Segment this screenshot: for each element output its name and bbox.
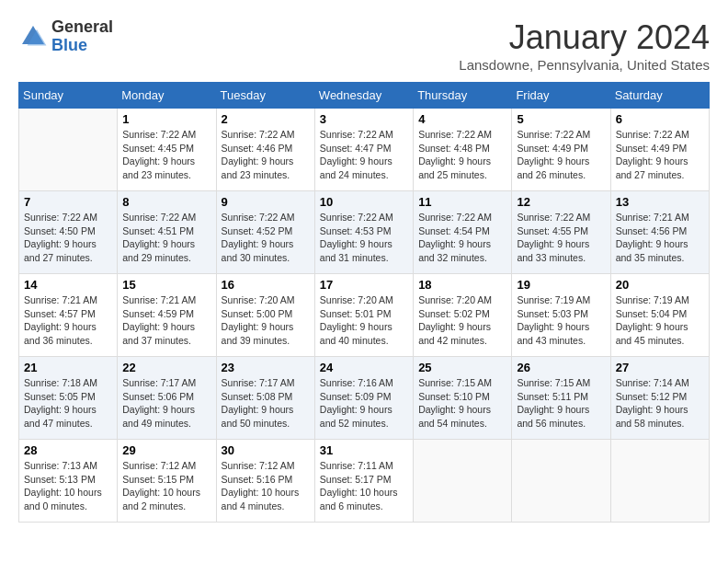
- day-number: 21: [24, 361, 112, 374]
- day-number: 27: [616, 361, 704, 374]
- header-friday: Friday: [512, 83, 610, 109]
- cell-info: Sunrise: 7:18 AMSunset: 5:05 PMDaylight:…: [24, 376, 112, 431]
- calendar-cell: 16 Sunrise: 7:20 AMSunset: 5:00 PMDaylig…: [216, 274, 314, 357]
- day-number: 4: [418, 112, 506, 126]
- header-saturday: Saturday: [610, 83, 709, 109]
- calendar-cell: 20 Sunrise: 7:19 AMSunset: 5:04 PMDaylig…: [610, 274, 709, 357]
- calendar-cell: 21 Sunrise: 7:18 AMSunset: 5:05 PMDaylig…: [19, 357, 118, 440]
- cell-info: Sunrise: 7:21 AMSunset: 4:57 PMDaylight:…: [24, 293, 112, 348]
- header-tuesday: Tuesday: [216, 83, 314, 109]
- cell-info: Sunrise: 7:22 AMSunset: 4:53 PMDaylight:…: [320, 211, 408, 265]
- calendar-cell: 2 Sunrise: 7:22 AMSunset: 4:46 PMDayligh…: [216, 109, 314, 191]
- cell-info: Sunrise: 7:22 AMSunset: 4:46 PMDaylight:…: [222, 128, 310, 182]
- header-wednesday: Wednesday: [314, 83, 413, 109]
- header-thursday: Thursday: [414, 83, 512, 109]
- calendar-cell: 19 Sunrise: 7:19 AMSunset: 5:03 PMDaylig…: [512, 274, 610, 357]
- day-number: 8: [122, 195, 210, 209]
- cell-info: Sunrise: 7:22 AMSunset: 4:48 PMDaylight:…: [418, 128, 506, 182]
- calendar-cell: 24 Sunrise: 7:16 AMSunset: 5:09 PMDaylig…: [314, 357, 413, 440]
- calendar-week-row: 7 Sunrise: 7:22 AMSunset: 4:50 PMDayligh…: [19, 191, 710, 274]
- cell-info: Sunrise: 7:22 AMSunset: 4:55 PMDaylight:…: [517, 211, 605, 265]
- cell-info: Sunrise: 7:22 AMSunset: 4:47 PMDaylight:…: [320, 128, 408, 182]
- cell-info: Sunrise: 7:12 AMSunset: 5:15 PMDaylight:…: [122, 459, 210, 513]
- cell-info: Sunrise: 7:19 AMSunset: 5:03 PMDaylight:…: [517, 293, 605, 348]
- day-number: 2: [222, 112, 310, 126]
- logo: General Blue: [18, 18, 113, 55]
- calendar-cell: [414, 440, 512, 523]
- calendar-cell: 29 Sunrise: 7:12 AMSunset: 5:15 PMDaylig…: [118, 440, 216, 523]
- logo-text: General Blue: [51, 18, 113, 55]
- calendar-cell: 18 Sunrise: 7:20 AMSunset: 5:02 PMDaylig…: [414, 274, 512, 357]
- calendar-table: Sunday Monday Tuesday Wednesday Thursday…: [18, 82, 710, 523]
- day-number: 5: [517, 112, 605, 126]
- month-title: January 2024: [459, 18, 710, 57]
- calendar-cell: 12 Sunrise: 7:22 AMSunset: 4:55 PMDaylig…: [512, 191, 610, 274]
- day-number: 30: [222, 443, 310, 457]
- calendar-cell: 1 Sunrise: 7:22 AMSunset: 4:45 PMDayligh…: [118, 109, 216, 191]
- calendar-cell: 13 Sunrise: 7:21 AMSunset: 4:56 PMDaylig…: [610, 191, 709, 274]
- calendar-cell: 30 Sunrise: 7:12 AMSunset: 5:16 PMDaylig…: [216, 440, 314, 523]
- cell-info: Sunrise: 7:11 AMSunset: 5:17 PMDaylight:…: [320, 459, 408, 513]
- calendar-cell: 22 Sunrise: 7:17 AMSunset: 5:06 PMDaylig…: [118, 357, 216, 440]
- calendar-cell: 8 Sunrise: 7:22 AMSunset: 4:51 PMDayligh…: [118, 191, 216, 274]
- calendar-cell: [512, 440, 610, 523]
- calendar-cell: 4 Sunrise: 7:22 AMSunset: 4:48 PMDayligh…: [414, 109, 512, 191]
- cell-info: Sunrise: 7:22 AMSunset: 4:51 PMDaylight:…: [122, 211, 210, 265]
- cell-info: Sunrise: 7:21 AMSunset: 4:56 PMDaylight:…: [616, 211, 704, 265]
- day-number: 19: [517, 278, 605, 292]
- calendar-cell: 23 Sunrise: 7:17 AMSunset: 5:08 PMDaylig…: [216, 357, 314, 440]
- calendar-cell: 14 Sunrise: 7:21 AMSunset: 4:57 PMDaylig…: [19, 274, 118, 357]
- cell-info: Sunrise: 7:22 AMSunset: 4:49 PMDaylight:…: [517, 128, 605, 182]
- day-number: 10: [320, 195, 408, 209]
- calendar-header-row: Sunday Monday Tuesday Wednesday Thursday…: [19, 83, 710, 109]
- cell-info: Sunrise: 7:21 AMSunset: 4:59 PMDaylight:…: [122, 293, 210, 348]
- day-number: 16: [222, 278, 310, 292]
- cell-info: Sunrise: 7:14 AMSunset: 5:12 PMDaylight:…: [616, 376, 704, 431]
- cell-info: Sunrise: 7:22 AMSunset: 4:45 PMDaylight:…: [122, 128, 210, 182]
- cell-info: Sunrise: 7:22 AMSunset: 4:54 PMDaylight:…: [418, 211, 506, 265]
- calendar-cell: 28 Sunrise: 7:13 AMSunset: 5:13 PMDaylig…: [19, 440, 118, 523]
- page-header: General Blue January 2024 Lansdowne, Pen…: [18, 18, 710, 73]
- calendar-cell: 6 Sunrise: 7:22 AMSunset: 4:49 PMDayligh…: [610, 109, 709, 191]
- title-block: January 2024 Lansdowne, Pennsylvania, Un…: [459, 18, 710, 73]
- cell-info: Sunrise: 7:22 AMSunset: 4:49 PMDaylight:…: [616, 128, 704, 182]
- calendar-cell: 15 Sunrise: 7:21 AMSunset: 4:59 PMDaylig…: [118, 274, 216, 357]
- day-number: 26: [517, 361, 605, 374]
- day-number: 29: [122, 443, 210, 457]
- cell-info: Sunrise: 7:20 AMSunset: 5:01 PMDaylight:…: [320, 293, 408, 348]
- day-number: 28: [24, 443, 112, 457]
- day-number: 9: [222, 195, 310, 209]
- calendar-cell: 9 Sunrise: 7:22 AMSunset: 4:52 PMDayligh…: [216, 191, 314, 274]
- calendar-cell: 25 Sunrise: 7:15 AMSunset: 5:10 PMDaylig…: [414, 357, 512, 440]
- day-number: 1: [122, 112, 210, 126]
- cell-info: Sunrise: 7:16 AMSunset: 5:09 PMDaylight:…: [320, 376, 408, 431]
- calendar-cell: 11 Sunrise: 7:22 AMSunset: 4:54 PMDaylig…: [414, 191, 512, 274]
- day-number: 11: [418, 195, 506, 209]
- header-sunday: Sunday: [19, 83, 118, 109]
- day-number: 6: [616, 112, 704, 126]
- calendar-cell: 26 Sunrise: 7:15 AMSunset: 5:11 PMDaylig…: [512, 357, 610, 440]
- calendar-week-row: 28 Sunrise: 7:13 AMSunset: 5:13 PMDaylig…: [19, 440, 710, 523]
- header-monday: Monday: [118, 83, 216, 109]
- cell-info: Sunrise: 7:17 AMSunset: 5:06 PMDaylight:…: [122, 376, 210, 431]
- cell-info: Sunrise: 7:22 AMSunset: 4:50 PMDaylight:…: [24, 211, 112, 265]
- cell-info: Sunrise: 7:15 AMSunset: 5:11 PMDaylight:…: [517, 376, 605, 431]
- cell-info: Sunrise: 7:19 AMSunset: 5:04 PMDaylight:…: [616, 293, 704, 348]
- day-number: 18: [418, 278, 506, 292]
- day-number: 7: [24, 195, 112, 209]
- calendar-cell: 17 Sunrise: 7:20 AMSunset: 5:01 PMDaylig…: [314, 274, 413, 357]
- cell-info: Sunrise: 7:15 AMSunset: 5:10 PMDaylight:…: [418, 376, 506, 431]
- calendar-week-row: 1 Sunrise: 7:22 AMSunset: 4:45 PMDayligh…: [19, 109, 710, 191]
- day-number: 13: [616, 195, 704, 209]
- calendar-cell: 5 Sunrise: 7:22 AMSunset: 4:49 PMDayligh…: [512, 109, 610, 191]
- logo-icon: [18, 22, 48, 52]
- calendar-cell: 3 Sunrise: 7:22 AMSunset: 4:47 PMDayligh…: [314, 109, 413, 191]
- cell-info: Sunrise: 7:20 AMSunset: 5:02 PMDaylight:…: [418, 293, 506, 348]
- cell-info: Sunrise: 7:20 AMSunset: 5:00 PMDaylight:…: [222, 293, 310, 348]
- cell-info: Sunrise: 7:22 AMSunset: 4:52 PMDaylight:…: [222, 211, 310, 265]
- calendar-cell: 10 Sunrise: 7:22 AMSunset: 4:53 PMDaylig…: [314, 191, 413, 274]
- calendar-cell: [610, 440, 709, 523]
- day-number: 17: [320, 278, 408, 292]
- calendar-week-row: 14 Sunrise: 7:21 AMSunset: 4:57 PMDaylig…: [19, 274, 710, 357]
- day-number: 24: [320, 361, 408, 374]
